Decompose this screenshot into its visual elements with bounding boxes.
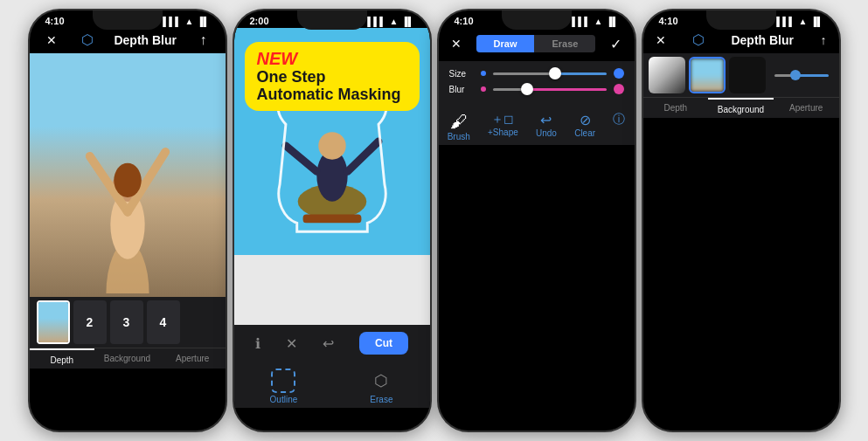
blur-amount-section: [769, 57, 834, 93]
wifi-icon-4: ▲: [798, 17, 807, 26]
size-label: Size: [449, 69, 474, 79]
phone-frame-2: 2:00 ▌▌▌ ▲ ▐▌ NEW One StepAutomatic Mask…: [233, 9, 432, 432]
svg-point-9: [318, 132, 345, 159]
thumb-1[interactable]: [37, 300, 70, 344]
battery-icon-1: ▐▌: [197, 17, 209, 26]
eraser-icon: ⬡: [374, 371, 388, 390]
share-icon-4[interactable]: ↑: [820, 33, 826, 47]
tab-background-1[interactable]: Background: [94, 348, 160, 369]
size-slider[interactable]: [493, 72, 607, 75]
info-icon-2[interactable]: ℹ: [255, 335, 260, 352]
tab-aperture-4[interactable]: Aperture: [774, 98, 839, 118]
thumb-3[interactable]: 3: [110, 300, 143, 344]
swatch-photo-blur[interactable]: [689, 57, 726, 93]
check-icon-3[interactable]: ✓: [610, 36, 621, 52]
shape-label: +Shape: [488, 127, 518, 137]
thumb-bg-1: [38, 302, 68, 342]
wifi-icon-1: ▲: [184, 17, 193, 26]
blur-amount-thumb: [790, 70, 801, 80]
close-tool-icon-2[interactable]: ✕: [286, 335, 297, 352]
close-icon-3[interactable]: ✕: [451, 37, 462, 51]
battery-icon-4: ▐▌: [810, 17, 823, 26]
svg-line-10: [285, 146, 316, 171]
undo-tool[interactable]: ↩ Undo: [536, 112, 557, 141]
svg-rect-7: [302, 215, 361, 224]
tab-depth-4[interactable]: Depth: [643, 98, 709, 118]
status-icons-4: ▌▌▌ ▲ ▐▌: [776, 17, 823, 26]
outline-tool[interactable]: Outline: [270, 369, 298, 404]
phone-screen-4: 4:10 ▌▌▌ ▲ ▐▌ ✕ ⬡ Depth Blur ↑: [643, 10, 839, 431]
close-icon-1[interactable]: ✕: [42, 33, 61, 47]
thumb-number-4: 4: [147, 300, 180, 344]
brush-bottom: 🖌 Brush ＋◻ +Shape ↩ Undo ⊘ Clear ⓘ: [439, 107, 635, 145]
erase-tool[interactable]: ⬡ Erase: [369, 369, 393, 404]
outline-icon: [271, 369, 295, 393]
blur-slider[interactable]: [493, 88, 607, 91]
cut-button-2[interactable]: Cut: [359, 332, 408, 355]
phone-frame-3: 4:10 ▌▌▌ ▲ ▐▌ ✕ Draw Erase ✓: [437, 9, 636, 432]
blur-min-dot: [481, 86, 486, 92]
status-time-1: 4:10: [45, 16, 65, 26]
blur-thumb: [521, 83, 533, 95]
status-icons-1: ▌▌▌ ▲ ▐▌: [163, 17, 209, 26]
photo-blur-preview: [691, 59, 724, 92]
woman-bg-1: [30, 53, 226, 297]
s2-bottom-tools: Outline ⬡ Erase: [234, 362, 430, 408]
undo-icon-2[interactable]: ↩: [323, 335, 334, 352]
undo-label: Undo: [536, 128, 557, 138]
erase-label-2: Erase: [369, 395, 393, 404]
thumb-number-3: 3: [110, 300, 143, 344]
size-max-dot: [614, 68, 624, 79]
phone-frame-1: 4:10 ▌▌▌ ▲ ▐▌ ✕ ⬡ Depth Blur ↑: [28, 9, 227, 432]
clear-tool[interactable]: ⊘ Clear: [574, 112, 595, 141]
swatch-bw[interactable]: [649, 57, 685, 93]
tab-background-4[interactable]: Background: [708, 98, 774, 118]
status-time-3: 4:10: [455, 16, 474, 26]
notch-1: [93, 10, 163, 30]
app-header-3: ✕ Draw Erase ✓: [439, 28, 635, 61]
size-thumb: [549, 67, 561, 79]
black-swatch: [729, 57, 766, 93]
new-label: NEW: [257, 49, 407, 69]
blur-track[interactable]: [774, 74, 829, 77]
battery-icon-3: ▐▌: [606, 17, 618, 26]
draw-btn[interactable]: Draw: [476, 35, 535, 52]
brush-label-btn: Brush: [448, 132, 470, 141]
share-icon-1[interactable]: ↑: [193, 32, 212, 48]
tabs-bar-1: Depth Background Aperture: [30, 348, 226, 369]
clear-label: Clear: [574, 128, 595, 138]
shape-tool[interactable]: ＋◻ +Shape: [488, 112, 518, 141]
app-logo-1: ⬡: [78, 31, 97, 48]
outline-label: Outline: [270, 395, 298, 404]
tabs-bar-4: Depth Background Aperture: [643, 97, 839, 118]
help-tool[interactable]: ⓘ: [613, 112, 625, 141]
blur-max-dot: [614, 84, 624, 94]
size-min-dot: [481, 71, 486, 76]
thumb-2[interactable]: 2: [73, 300, 107, 344]
swatch-black[interactable]: [729, 57, 766, 93]
woman-figure-1: [30, 53, 226, 293]
signal-icon-1: ▌▌▌: [163, 17, 181, 26]
app-header-4: ✕ ⬡ Depth Blur ↑: [643, 28, 839, 53]
thumb-4[interactable]: 4: [147, 300, 180, 344]
tab-depth-1[interactable]: Depth: [30, 348, 95, 369]
wifi-icon-2: ▲: [389, 17, 398, 26]
battery-icon-2: ▐▌: [401, 17, 413, 26]
screenshots-container: 4:10 ▌▌▌ ▲ ▐▌ ✕ ⬡ Depth Blur ↑: [0, 0, 868, 441]
app-header-1: ✕ ⬡ Depth Blur ↑: [30, 28, 226, 53]
signal-icon-4: ▌▌▌: [776, 17, 795, 26]
thumb-number-2: 2: [73, 300, 107, 344]
close-icon-4[interactable]: ✕: [656, 33, 666, 47]
erase-btn[interactable]: Erase: [534, 35, 595, 52]
phone-frame-4: 4:10 ▌▌▌ ▲ ▐▌ ✕ ⬡ Depth Blur ↑: [642, 9, 841, 432]
tab-aperture-1[interactable]: Aperture: [160, 348, 226, 369]
brush-tool[interactable]: 🖌 Brush: [448, 112, 470, 141]
blur-row: Blur: [449, 84, 624, 94]
status-icons-2: ▌▌▌ ▲ ▐▌: [367, 17, 413, 26]
status-icons-3: ▌▌▌ ▲ ▐▌: [572, 17, 618, 26]
s2-toolbar: ℹ ✕ ↩ Cut: [234, 325, 430, 362]
app-logo-4: ⬡: [692, 31, 705, 48]
skater-white-section: [234, 255, 430, 325]
signal-icon-3: ▌▌▌: [572, 17, 590, 26]
new-badge: NEW One StepAutomatic Masking: [245, 42, 420, 111]
